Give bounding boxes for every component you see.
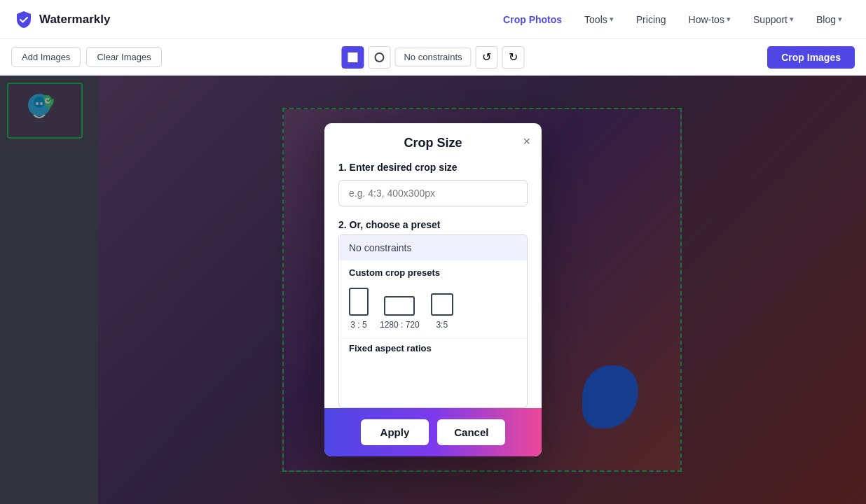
- toolbar: Add Images Clear Images No constraints ↺…: [0, 39, 866, 76]
- chevron-down-icon: ▾: [790, 15, 794, 24]
- chevron-down-icon: ▾: [727, 15, 731, 24]
- preset-group-custom: Custom crop presets: [339, 260, 527, 282]
- nav-support[interactable]: Support ▾: [743, 10, 804, 29]
- crop-size-input[interactable]: [338, 180, 528, 206]
- modal-close-button[interactable]: ×: [523, 135, 530, 148]
- main-area: Crop Size × 1. Enter desired crop size 2…: [0, 76, 866, 504]
- preset-no-constraints[interactable]: No constraints: [339, 235, 527, 260]
- rotate-right-icon: ↻: [509, 50, 518, 64]
- cancel-button[interactable]: Cancel: [437, 419, 505, 445]
- rotate-left-icon: ↺: [482, 50, 491, 64]
- preset-group-fixed-aspect: Fixed aspect ratios: [339, 338, 527, 356]
- modal-body: 1. Enter desired crop size 2. Or, choose…: [324, 159, 542, 408]
- clear-images-button[interactable]: Clear Images: [86, 47, 161, 67]
- circle-shape-button[interactable]: [368, 46, 390, 69]
- constraint-button[interactable]: No constraints: [394, 48, 471, 66]
- modal-title: Crop Size: [404, 136, 462, 150]
- app-logo[interactable]: Watermarkly: [14, 10, 110, 29]
- preset-shape-landscape[interactable]: 1280 : 720: [380, 296, 420, 330]
- add-images-button[interactable]: Add Images: [11, 47, 81, 67]
- preset-shape-portrait[interactable]: 3 : 5: [349, 288, 369, 330]
- rotate-left-button[interactable]: ↺: [476, 46, 498, 69]
- crop-size-modal: Crop Size × 1. Enter desired crop size 2…: [324, 123, 542, 456]
- chevron-down-icon: ▾: [610, 15, 614, 24]
- square-sm-icon: [431, 293, 453, 316]
- toolbar-center-controls: No constraints ↺ ↻: [341, 46, 524, 69]
- shield-icon: [14, 10, 34, 29]
- landscape-icon: [384, 296, 415, 316]
- preset-shape-square[interactable]: 3:5: [431, 293, 453, 330]
- preset-shapes-row: 3 : 5 1280 : 720 3:5: [339, 282, 527, 338]
- step2-label: 2. Or, choose a preset: [338, 219, 528, 230]
- app-name: Watermarkly: [39, 13, 110, 27]
- modal-overlay: Crop Size × 1. Enter desired crop size 2…: [0, 76, 866, 504]
- square-icon: [348, 52, 357, 62]
- apply-button[interactable]: Apply: [361, 419, 429, 445]
- nav-howtos[interactable]: How-tos ▾: [679, 10, 741, 29]
- modal-footer: Apply Cancel: [324, 408, 542, 456]
- nav-tools[interactable]: Tools ▾: [575, 10, 624, 29]
- portrait-icon: [349, 288, 369, 316]
- square-shape-button[interactable]: [341, 46, 364, 69]
- nav-pricing[interactable]: Pricing: [626, 10, 676, 29]
- circle-icon: [374, 52, 384, 62]
- rotate-right-button[interactable]: ↻: [502, 46, 525, 69]
- modal-header: Crop Size ×: [324, 123, 542, 159]
- nav-blog[interactable]: Blog ▾: [806, 10, 852, 29]
- nav-crop-photos[interactable]: Crop Photos: [493, 10, 572, 29]
- crop-images-button[interactable]: Crop Images: [767, 46, 855, 69]
- chevron-down-icon: ▾: [838, 15, 842, 24]
- preset-list[interactable]: No constraints Custom crop presets 3 : 5…: [338, 234, 528, 408]
- step1-label: 1. Enter desired crop size: [338, 162, 528, 173]
- navbar: Watermarkly Crop Photos Tools ▾ Pricing …: [0, 0, 866, 39]
- nav-links: Crop Photos Tools ▾ Pricing How-tos ▾ Su…: [493, 10, 852, 29]
